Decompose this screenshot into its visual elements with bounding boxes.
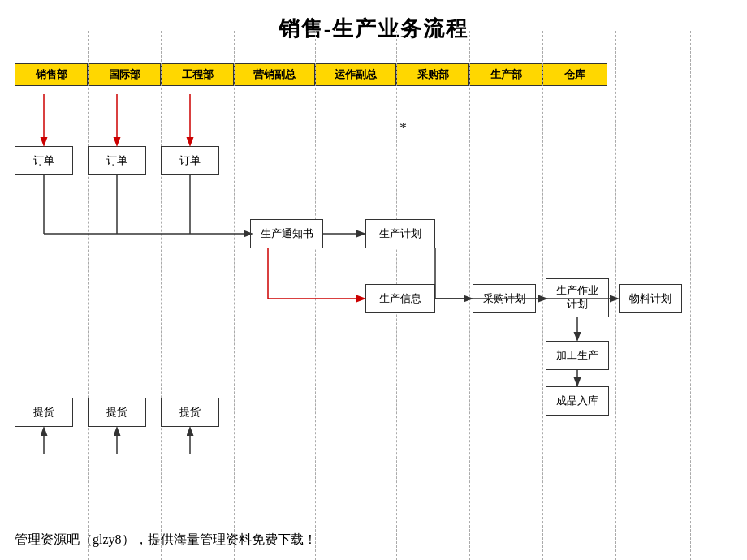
finish-stock-box: 成品入库 bbox=[546, 386, 609, 416]
material-plan-box: 物料计划 bbox=[619, 284, 682, 313]
production-plan-box: 生产计划 bbox=[365, 219, 435, 248]
dept-intl: 国际部 bbox=[88, 63, 161, 86]
footer-text: 管理资源吧（glzy8），提供海量管理资料免费下载！ bbox=[15, 532, 317, 549]
dept-mkt-vp: 营销副总 bbox=[234, 63, 315, 86]
asterisk-mark: * bbox=[399, 120, 407, 137]
order-box-3: 订单 bbox=[161, 146, 219, 175]
dept-eng: 工程部 bbox=[161, 63, 234, 86]
order-box-1: 订单 bbox=[15, 146, 73, 175]
dept-sales: 销售部 bbox=[15, 63, 88, 86]
production-notice-box: 生产通知书 bbox=[250, 219, 323, 248]
pickup-box-3: 提货 bbox=[161, 398, 219, 427]
process-prod-box: 加工生产 bbox=[546, 341, 609, 370]
order-box-2: 订单 bbox=[88, 146, 146, 175]
dept-warehouse: 仓库 bbox=[542, 63, 607, 86]
pickup-box-2: 提货 bbox=[88, 398, 146, 427]
pickup-box-1: 提货 bbox=[15, 398, 73, 427]
production-info-box: 生产信息 bbox=[365, 284, 435, 313]
purchase-plan-box: 采购计划 bbox=[473, 284, 536, 313]
dept-prod: 生产部 bbox=[469, 63, 542, 86]
page-title: 销售-生产业务流程 bbox=[0, 0, 747, 54]
dept-ops-vp: 运作副总 bbox=[315, 63, 396, 86]
prod-op-plan-box: 生产作业 计划 bbox=[546, 278, 609, 317]
dept-purchase: 采购部 bbox=[396, 63, 469, 86]
